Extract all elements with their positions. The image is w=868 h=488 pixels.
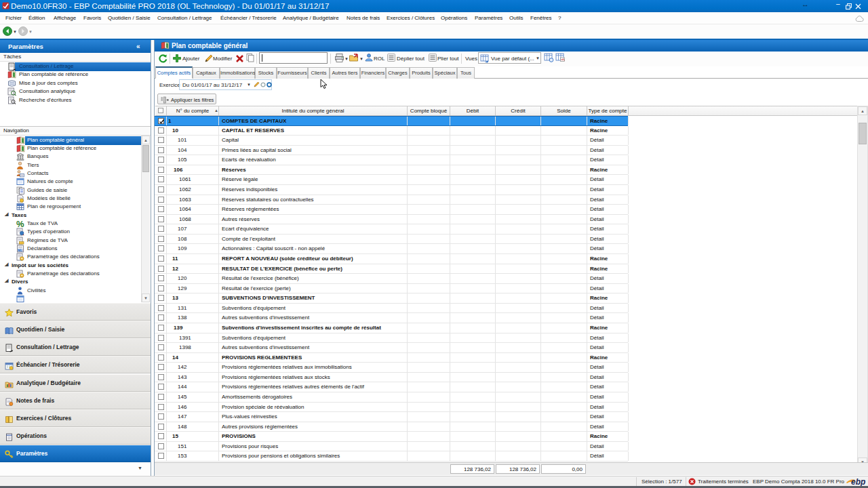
svg-text:%: % xyxy=(16,220,24,228)
svg-text:TVA: TVA xyxy=(18,249,23,251)
svg-text:ebp: ebp xyxy=(851,477,865,487)
